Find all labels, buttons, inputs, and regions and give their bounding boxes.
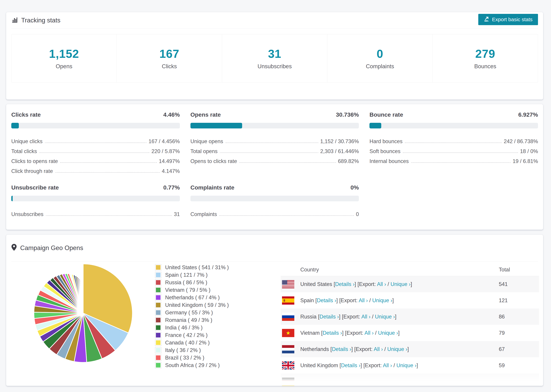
- stat-box: 31Unsubscribes: [222, 34, 327, 82]
- legend-swatch: [155, 355, 161, 361]
- rate-row-label: Total opens: [191, 148, 218, 154]
- export-unique-link[interactable]: Unique ›: [375, 314, 395, 320]
- bracket: ]: [395, 314, 396, 320]
- flag-es: [282, 296, 294, 305]
- export-unique-link[interactable]: Unique ›: [390, 281, 410, 287]
- legend-item[interactable]: Spain ( 121 / 7% ): [155, 272, 229, 278]
- rate-row-label: Clicks to opens rate: [11, 158, 58, 164]
- rate-row-label: Unique clicks: [11, 138, 42, 145]
- details-link[interactable]: Details ›: [332, 346, 351, 352]
- export-all-link[interactable]: All ›: [374, 346, 383, 352]
- details-link[interactable]: Details ›: [317, 297, 336, 303]
- legend-label: Romania ( 49 / 3% ): [165, 317, 212, 323]
- rates-grid: Clicks rate4.46%Unique clicks167 / 4.456…: [6, 104, 543, 217]
- dotted-leader: [411, 162, 511, 163]
- legend-item[interactable]: United States ( 541 / 31% ): [155, 264, 229, 271]
- bracket: ]: [407, 346, 409, 352]
- details-link[interactable]: Details ›: [341, 362, 360, 368]
- table-row-es: Spain [Details ›] [Export: All › / Uniqu…: [281, 292, 539, 308]
- legend-label: United Kingdom ( 59 / 3% ): [165, 302, 229, 308]
- rate-row: Total clicks220 / 5.87%: [11, 145, 180, 154]
- rate-row-value: 689.82%: [338, 158, 359, 164]
- rate-row-value: 0: [356, 211, 359, 217]
- stat-box: 167Clicks: [117, 34, 222, 82]
- bracket: ]: [392, 297, 394, 303]
- bracket: /: [383, 346, 387, 352]
- export-all-link[interactable]: All ›: [359, 297, 368, 303]
- rate-block-unsubscribe: Unsubscribe rate0.77%Unsubscribes31: [11, 184, 180, 217]
- export-unique-link[interactable]: Unique ›: [396, 362, 417, 368]
- progress-bar-fill: [11, 123, 19, 128]
- column-header-total: Total: [499, 267, 539, 273]
- rate-row-label: Unsubscribes: [11, 211, 43, 217]
- export-unique-link[interactable]: Unique ›: [378, 330, 398, 336]
- stat-label: Bounces: [474, 63, 496, 70]
- stat-label: Complaints: [366, 63, 394, 70]
- legend-item[interactable]: Netherlands ( 67 / 4% ): [155, 294, 229, 301]
- bracket: /: [370, 314, 375, 320]
- export-unique-link[interactable]: Unique ›: [387, 346, 407, 352]
- dotted-leader: [46, 215, 172, 216]
- legend-item[interactable]: Canada ( 40 / 2% ): [155, 339, 229, 346]
- total-cell: 79: [499, 330, 539, 336]
- legend-item[interactable]: United Kingdom ( 59 / 3% ): [155, 302, 229, 308]
- flag-gb: [282, 361, 294, 370]
- rate-row: Complaints0: [191, 207, 359, 217]
- export-unique-link[interactable]: Unique ›: [372, 297, 392, 303]
- rate-row: Unique clicks167 / 4.456%: [11, 135, 180, 145]
- dotted-leader: [226, 142, 318, 143]
- table-row-gb: United Kingdom [Details ›] [Export: All …: [281, 357, 539, 373]
- details-link[interactable]: Details ›: [319, 314, 339, 320]
- bracket: /: [368, 297, 372, 303]
- export-basic-stats-button[interactable]: Export basic stats: [478, 14, 538, 25]
- total-cell: 59: [499, 362, 539, 369]
- legend-item[interactable]: South Africa ( 29 / 2% ): [155, 362, 229, 368]
- stat-label: Unsubscribes: [258, 63, 292, 70]
- country-cell: United States [Details ›] [Export: All ›…: [300, 281, 499, 287]
- export-all-link[interactable]: All ›: [365, 330, 374, 336]
- rate-row-value: 31: [174, 211, 180, 217]
- bracket: /: [374, 330, 378, 336]
- legend-label: Italy ( 36 / 2% ): [165, 347, 201, 353]
- rate-row-label: Complaints: [191, 211, 217, 217]
- export-all-link[interactable]: All ›: [377, 281, 386, 287]
- legend-item[interactable]: Romania ( 49 / 3% ): [155, 317, 229, 323]
- progress-bar-fill: [369, 123, 381, 128]
- rate-value: 6.927%: [518, 111, 538, 118]
- legend-swatch: [155, 317, 161, 323]
- rate-rows: Complaints0: [191, 207, 359, 217]
- legend-swatch: [155, 272, 161, 278]
- dotted-leader: [39, 152, 149, 153]
- legend-item[interactable]: France ( 42 / 2% ): [155, 332, 229, 338]
- details-link[interactable]: Details ›: [335, 281, 354, 287]
- legend-item[interactable]: India ( 46 / 3% ): [155, 324, 229, 331]
- legend-item[interactable]: Germany ( 55 / 3% ): [155, 309, 229, 316]
- legend-item[interactable]: Vietnam ( 79 / 5% ): [155, 287, 229, 293]
- progress-bar: [191, 123, 359, 128]
- flag-nl: [282, 345, 294, 353]
- legend-swatch: [155, 279, 161, 286]
- export-all-link[interactable]: All ›: [361, 314, 370, 320]
- details-link[interactable]: Details ›: [323, 330, 342, 336]
- flag-us: [282, 280, 294, 288]
- geo-section-title: Campaign Geo Opens: [20, 245, 83, 252]
- header-divider: [11, 28, 538, 29]
- page-title: Tracking stats: [21, 17, 60, 24]
- bracket: ] [Export:: [342, 330, 365, 336]
- rate-row: Internal bounces19 / 6.81%: [369, 154, 538, 164]
- legend-label: Germany ( 55 / 3% ): [165, 309, 213, 316]
- rate-block-complaints: Complaints rate0%Complaints0: [191, 184, 359, 217]
- progress-bar: [11, 123, 180, 128]
- rate-rows: Unique opens1,152 / 30.736%Total opens2,…: [191, 135, 359, 164]
- legend-item[interactable]: Italy ( 36 / 2% ): [155, 347, 229, 353]
- rate-head: Clicks rate4.46%: [11, 111, 180, 118]
- rate-row: Clicks to opens rate14.497%: [11, 154, 180, 164]
- rate-block-opens: Opens rate30.736%Unique opens1,152 / 30.…: [191, 111, 359, 174]
- stat-box: 279Bounces: [433, 34, 538, 82]
- table-header-row: Country Total: [281, 264, 539, 276]
- legend-item[interactable]: Russia ( 86 / 5% ): [155, 279, 229, 286]
- export-all-link[interactable]: All ›: [383, 362, 392, 368]
- legend-item[interactable]: Brazil ( 33 / 2% ): [155, 355, 229, 361]
- progress-bar: [191, 196, 359, 201]
- legend-label: Netherlands ( 67 / 4% ): [165, 294, 220, 301]
